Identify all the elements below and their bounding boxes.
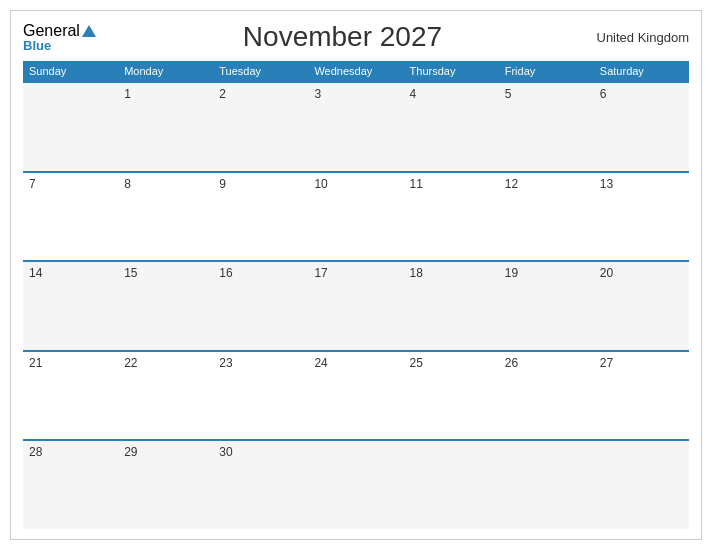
day-cell: 24 [308,352,403,440]
day-cell [308,441,403,529]
day-cell: 25 [404,352,499,440]
day-cell [594,441,689,529]
month-title: November 2027 [96,21,589,53]
day-cell [499,441,594,529]
day-cell: 13 [594,173,689,261]
day-cell: 20 [594,262,689,350]
week-row-5: 28 29 30 [23,439,689,529]
day-cell: 11 [404,173,499,261]
day-cell: 7 [23,173,118,261]
day-cell: 10 [308,173,403,261]
country-label: United Kingdom [589,30,689,45]
logo-blue-text: Blue [23,39,96,52]
day-cell: 21 [23,352,118,440]
day-cell: 4 [404,83,499,171]
day-cell: 23 [213,352,308,440]
day-cell: 6 [594,83,689,171]
calendar-weeks: 1 2 3 4 5 6 7 8 9 10 11 12 13 14 15 16 [23,81,689,529]
logo-triangle-icon [82,25,96,37]
day-cell: 2 [213,83,308,171]
logo: General Blue [23,23,96,52]
day-cell: 12 [499,173,594,261]
week-row-3: 14 15 16 17 18 19 20 [23,260,689,350]
header-tuesday: Tuesday [213,61,308,81]
day-cell: 5 [499,83,594,171]
day-cell: 8 [118,173,213,261]
week-row-2: 7 8 9 10 11 12 13 [23,171,689,261]
header-wednesday: Wednesday [308,61,403,81]
day-cell: 22 [118,352,213,440]
week-row-1: 1 2 3 4 5 6 [23,81,689,171]
day-cell: 15 [118,262,213,350]
day-cell: 14 [23,262,118,350]
day-headers-row: Sunday Monday Tuesday Wednesday Thursday… [23,61,689,81]
day-cell: 18 [404,262,499,350]
day-cell: 30 [213,441,308,529]
day-cell [23,83,118,171]
day-cell: 19 [499,262,594,350]
calendar-container: General Blue November 2027 United Kingdo… [10,10,702,540]
header-saturday: Saturday [594,61,689,81]
day-cell: 17 [308,262,403,350]
calendar-header: General Blue November 2027 United Kingdo… [23,21,689,53]
day-cell [404,441,499,529]
day-cell: 1 [118,83,213,171]
day-cell: 26 [499,352,594,440]
day-cell: 27 [594,352,689,440]
header-sunday: Sunday [23,61,118,81]
header-thursday: Thursday [404,61,499,81]
day-cell: 9 [213,173,308,261]
logo-general: General [23,23,96,39]
logo-general-text: General [23,22,80,39]
header-monday: Monday [118,61,213,81]
day-cell: 28 [23,441,118,529]
header-friday: Friday [499,61,594,81]
week-row-4: 21 22 23 24 25 26 27 [23,350,689,440]
day-cell: 29 [118,441,213,529]
day-cell: 3 [308,83,403,171]
calendar-grid: Sunday Monday Tuesday Wednesday Thursday… [23,61,689,529]
day-cell: 16 [213,262,308,350]
